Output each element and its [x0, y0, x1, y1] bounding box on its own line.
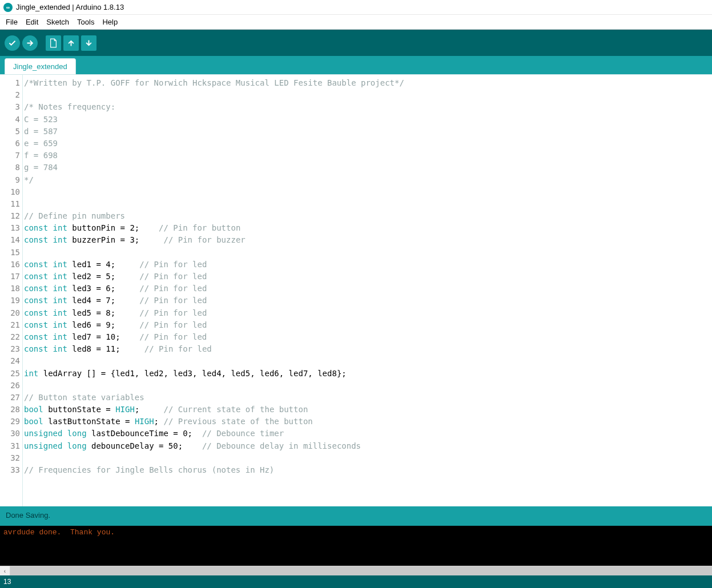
code-line[interactable]: C = 523 [24, 114, 712, 126]
scroll-left-button[interactable]: ‹ [0, 566, 10, 575]
status-bar: Done Saving. [0, 506, 712, 526]
code-line[interactable] [24, 452, 712, 464]
code-line[interactable]: e = 659 [24, 138, 712, 150]
code-line[interactable]: unsigned long lastDebounceTime = 0; // D… [24, 428, 712, 440]
toolbar [0, 30, 712, 56]
status-message: Done Saving. [6, 511, 50, 519]
line-number: 31 [0, 440, 20, 452]
code-text-area[interactable]: /*Written by T.P. GOFF for Norwich Hcksp… [23, 75, 712, 506]
code-line[interactable]: const int buzzerPin = 3; // Pin for buzz… [24, 234, 712, 246]
line-number: 21 [0, 319, 20, 331]
code-line[interactable]: d = 587 [24, 126, 712, 138]
line-number: 33 [0, 464, 20, 476]
code-line[interactable] [24, 247, 712, 259]
line-number: 2 [0, 89, 20, 101]
line-number: 32 [0, 452, 20, 464]
output-console[interactable]: avrdude done. Thank you. [0, 526, 712, 566]
line-number: 1 [0, 77, 20, 89]
line-number: 19 [0, 295, 20, 307]
line-number: 12 [0, 210, 20, 222]
chevron-left-icon: ‹ [4, 568, 6, 574]
scrollbar-track[interactable] [10, 566, 712, 575]
check-icon [8, 39, 17, 47]
menu-file[interactable]: File [2, 17, 21, 27]
line-number: 3 [0, 101, 20, 113]
code-line[interactable]: /*Written by T.P. GOFF for Norwich Hcksp… [24, 77, 712, 89]
line-number: 18 [0, 283, 20, 295]
menu-edit[interactable]: Edit [22, 17, 42, 27]
line-number: 25 [0, 368, 20, 380]
code-line[interactable]: bool buttonState = HIGH; // Current stat… [24, 404, 712, 416]
code-line[interactable]: const int led4 = 7; // Pin for led [24, 295, 712, 307]
line-number: 14 [0, 234, 20, 246]
code-line[interactable]: bool lastButtonState = HIGH; // Previous… [24, 416, 712, 428]
code-editor[interactable]: 1234567891011121314151617181920212223242… [0, 74, 712, 506]
code-line[interactable] [24, 355, 712, 367]
line-number: 10 [0, 186, 20, 198]
code-line[interactable]: const int led7 = 10; // Pin for led [24, 331, 712, 343]
line-number: 20 [0, 307, 20, 319]
code-line[interactable]: /* Notes frequency: [24, 101, 712, 113]
arrow-down-icon [85, 39, 93, 47]
arrow-right-icon [26, 39, 34, 47]
menu-bar: File Edit Sketch Tools Help [0, 15, 712, 30]
code-line[interactable]: // Define pin numbers [24, 210, 712, 222]
code-line[interactable]: const int buttonPin = 2; // Pin for butt… [24, 222, 712, 234]
line-number: 6 [0, 138, 20, 150]
new-sketch-button[interactable] [46, 35, 61, 51]
line-number: 9 [0, 174, 20, 186]
window-titlebar: ∞ Jingle_extended | Arduino 1.8.13 [0, 0, 712, 15]
arduino-app-icon: ∞ [3, 3, 13, 12]
footer-bar: 13 [0, 575, 712, 588]
sketch-tab-bar: Jingle_extended [0, 56, 712, 74]
file-icon [49, 38, 58, 48]
line-number: 5 [0, 126, 20, 138]
line-number: 26 [0, 380, 20, 392]
window-title: Jingle_extended | Arduino 1.8.13 [16, 3, 124, 11]
code-line[interactable]: g = 784 [24, 162, 712, 174]
code-line[interactable]: // Frequencies for Jingle Bells chorus (… [24, 464, 712, 476]
code-line[interactable]: */ [24, 174, 712, 186]
code-line[interactable] [24, 89, 712, 101]
code-line[interactable]: const int led6 = 9; // Pin for led [24, 319, 712, 331]
code-line[interactable] [24, 198, 712, 210]
menu-tools[interactable]: Tools [74, 17, 98, 27]
code-line[interactable]: const int led1 = 4; // Pin for led [24, 259, 712, 271]
code-line[interactable]: const int led2 = 5; // Pin for led [24, 271, 712, 283]
code-line[interactable]: f = 698 [24, 150, 712, 162]
sketch-tab-active[interactable]: Jingle_extended [5, 58, 76, 74]
line-number: 29 [0, 416, 20, 428]
line-number-gutter: 1234567891011121314151617181920212223242… [0, 75, 23, 506]
line-number: 27 [0, 392, 20, 404]
code-line[interactable]: unsigned long debounceDelay = 50; // Deb… [24, 440, 712, 452]
code-line[interactable]: const int led8 = 11; // Pin for led [24, 343, 712, 355]
code-line[interactable]: const int led5 = 8; // Pin for led [24, 307, 712, 319]
save-sketch-button[interactable] [81, 35, 96, 51]
code-line[interactable] [24, 186, 712, 198]
line-number: 24 [0, 355, 20, 367]
line-number: 16 [0, 259, 20, 271]
arrow-up-icon [67, 39, 75, 47]
open-sketch-button[interactable] [63, 35, 79, 51]
line-number: 4 [0, 114, 20, 126]
code-line[interactable]: const int led3 = 6; // Pin for led [24, 283, 712, 295]
cursor-line-indicator: 13 [3, 578, 11, 586]
menu-sketch[interactable]: Sketch [43, 17, 73, 27]
horizontal-scrollbar[interactable]: ‹ [0, 566, 712, 575]
upload-button[interactable] [22, 35, 38, 51]
menu-help[interactable]: Help [99, 17, 121, 27]
console-line: avrdude done. Thank you. [3, 528, 115, 537]
line-number: 11 [0, 198, 20, 210]
line-number: 23 [0, 343, 20, 355]
code-line[interactable]: int ledArray [] = {led1, led2, led3, led… [24, 368, 712, 380]
line-number: 28 [0, 404, 20, 416]
code-line[interactable]: // Button state variables [24, 392, 712, 404]
code-line[interactable] [24, 380, 712, 392]
verify-button[interactable] [5, 35, 20, 51]
line-number: 30 [0, 428, 20, 440]
line-number: 17 [0, 271, 20, 283]
line-number: 7 [0, 150, 20, 162]
line-number: 13 [0, 222, 20, 234]
line-number: 22 [0, 331, 20, 343]
line-number: 8 [0, 162, 20, 174]
